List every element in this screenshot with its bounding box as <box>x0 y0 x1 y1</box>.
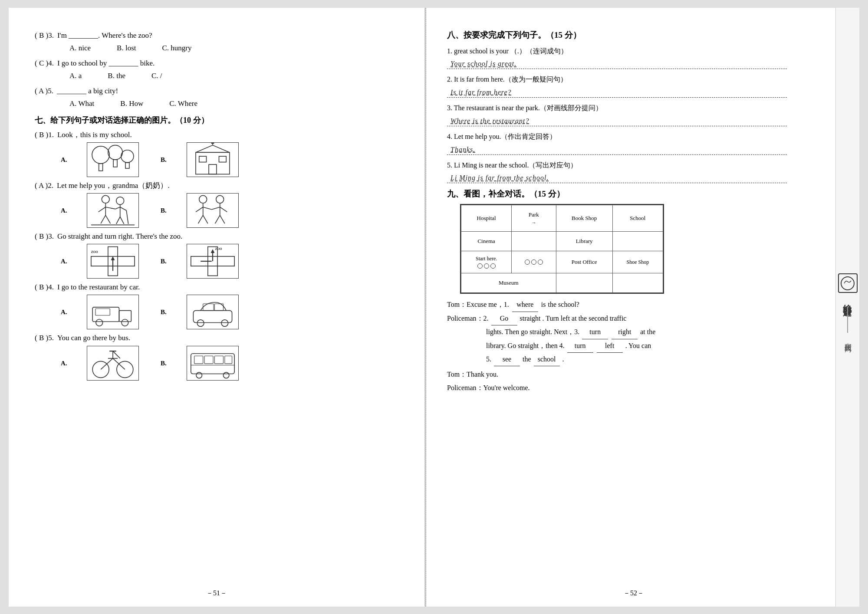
svg-point-52 <box>96 319 103 326</box>
svg-rect-72 <box>225 356 232 364</box>
question-3: ( B )3. I'm ________. Where's the zoo? A… <box>35 30 407 54</box>
svg-rect-10 <box>219 156 226 162</box>
q5-text: ________ a big city! <box>57 85 118 97</box>
s7-item2-images: A. <box>61 193 407 228</box>
tree-illustration <box>87 143 138 177</box>
dialogue-tom2: Tom：Thank you. <box>447 368 825 381</box>
map-post-office: Post Office <box>556 251 612 273</box>
svg-point-73 <box>196 372 202 378</box>
tom-prefix: Tom：Excuse me，1. <box>447 298 509 311</box>
svg-line-25 <box>126 210 128 224</box>
s8-item2: 2. It is far from here.（改为一般疑问句） Is it f… <box>447 73 825 98</box>
svg-rect-1 <box>99 164 103 171</box>
police-at: at the <box>640 328 655 335</box>
q3-prefix: ( B )3. <box>35 30 54 41</box>
svg-line-63 <box>113 358 125 369</box>
s8-item5-answer: Li Ming is far from the school. <box>447 173 787 183</box>
svg-rect-58 <box>203 304 214 311</box>
svg-point-13 <box>102 195 109 203</box>
blank-4-turn: turn <box>567 339 593 353</box>
children-illustration <box>187 194 238 227</box>
q4-choice-b: B. the <box>108 70 125 82</box>
map-bookshop: Book Shop <box>556 205 612 232</box>
svg-line-30 <box>203 207 212 210</box>
blank-3-turn: turn <box>582 325 608 339</box>
svg-line-15 <box>99 207 106 212</box>
q5-choice-b: B. How <box>120 98 143 109</box>
svg-line-36 <box>220 207 227 212</box>
right-page-number: －52－ <box>623 589 644 598</box>
police-welcome: Policeman：You're welcome. <box>447 381 530 394</box>
blank-1-where: where <box>512 298 538 312</box>
s8-item5-question: 5. Li Ming is near the school.（写出对应句） <box>447 159 825 172</box>
svg-line-18 <box>105 215 110 223</box>
q3-choice-a: A. nice <box>69 42 91 54</box>
dialogue-section: Tom：Excuse me，1. where is the school? Po… <box>447 298 825 394</box>
q3-choice-b: B. lost <box>117 42 136 54</box>
s7-item4-label-a: A. <box>61 307 69 317</box>
blank-3-right: right <box>612 325 638 339</box>
s7-item4-images: A. B. <box>61 295 407 329</box>
svg-line-23 <box>116 217 120 224</box>
police-prefix: Policeman：2. <box>447 315 489 322</box>
blank-2-go: Go <box>491 312 517 325</box>
s7-item1-images: A. B. <box>61 142 407 177</box>
svg-rect-69 <box>194 356 203 364</box>
map-empty-3 <box>556 273 612 293</box>
svg-point-56 <box>197 320 204 327</box>
blank-5-school: school <box>534 353 560 366</box>
s7-item2-label-b: B. <box>161 205 169 216</box>
police-you-can: . You can <box>625 342 651 349</box>
s7-item5-prefix: ( B )5. <box>35 332 54 344</box>
section7-title: 七、给下列句子或对话选择正确的图片。（10 分） <box>35 115 407 125</box>
cut-line <box>425 8 426 607</box>
left-page-number: －51－ <box>206 589 227 598</box>
s7-item4-prefix: ( B )4. <box>35 281 54 293</box>
decoration-icon <box>839 275 856 292</box>
map-empty-traffic <box>512 251 556 273</box>
s8-item3: 3. The restaurant is near the park.（对画线部… <box>447 102 825 126</box>
s8-item5: 5. Li Ming is near the school.（写出对应句） Li… <box>447 159 825 184</box>
s8-item3-question: 3. The restaurant is near the park.（对画线部… <box>447 102 825 115</box>
s7-item2-prefix: ( A )2. <box>35 180 53 191</box>
q3-choice-c: C. hungry <box>162 42 192 54</box>
s7-item1-label-a: A. <box>61 154 69 165</box>
svg-line-29 <box>196 207 203 212</box>
s7-item2-text: Let me help you，grandma（奶奶）. <box>57 180 170 191</box>
s7-item5-images: A. B. <box>61 346 407 381</box>
q4-text: I go to school by ________ bike. <box>57 57 155 69</box>
section8-title: 八、按要求完成下列句子。（15 分） <box>447 30 825 41</box>
zoo-map-a-illustration: zoo <box>87 244 138 278</box>
q4-choice-c: C. / <box>151 70 162 82</box>
blank-4-left: left <box>597 339 623 353</box>
s7-item4: ( B )4. I go to the restaurant by car. A… <box>35 281 407 329</box>
police-5: 5. <box>486 355 491 363</box>
svg-line-24 <box>120 217 124 224</box>
s7-item2-img-a <box>87 193 139 228</box>
s8-item4-question: 4. Let me help you.（作出肯定回答） <box>447 131 825 143</box>
svg-rect-50 <box>92 307 119 322</box>
s8-item1: 1. great school is your （.）（连词成句） Your s… <box>447 45 825 69</box>
q4-choice-a: A. a <box>69 70 82 82</box>
svg-line-22 <box>120 207 126 210</box>
svg-point-76 <box>841 277 854 290</box>
s7-item3-img-a: zoo <box>87 244 139 279</box>
svg-point-74 <box>224 372 229 378</box>
map-row-3: Start here. Pos <box>461 251 663 273</box>
q3-choices: A. nice B. lost C. hungry <box>69 42 407 54</box>
q4-prefix: ( C )4. <box>35 57 54 69</box>
help-grandma-illustration <box>87 194 138 227</box>
svg-line-32 <box>203 215 208 223</box>
svg-point-0 <box>92 146 109 164</box>
svg-line-21 <box>115 207 120 209</box>
cut-line-dashed <box>426 8 426 607</box>
tom-is: is <box>541 298 546 311</box>
s7-item5-img-b <box>187 346 239 381</box>
svg-rect-3 <box>113 160 117 167</box>
side-decoration: 绝密答题 密封线内 <box>835 8 859 607</box>
s7-item4-text: I go to the restaurant by car. <box>57 281 140 293</box>
s7-item2-label-a: A. <box>61 205 69 216</box>
map-row-4: Museum <box>461 273 663 293</box>
side-text: 绝密答题 <box>842 297 854 302</box>
map-hospital: Hospital <box>461 205 512 232</box>
